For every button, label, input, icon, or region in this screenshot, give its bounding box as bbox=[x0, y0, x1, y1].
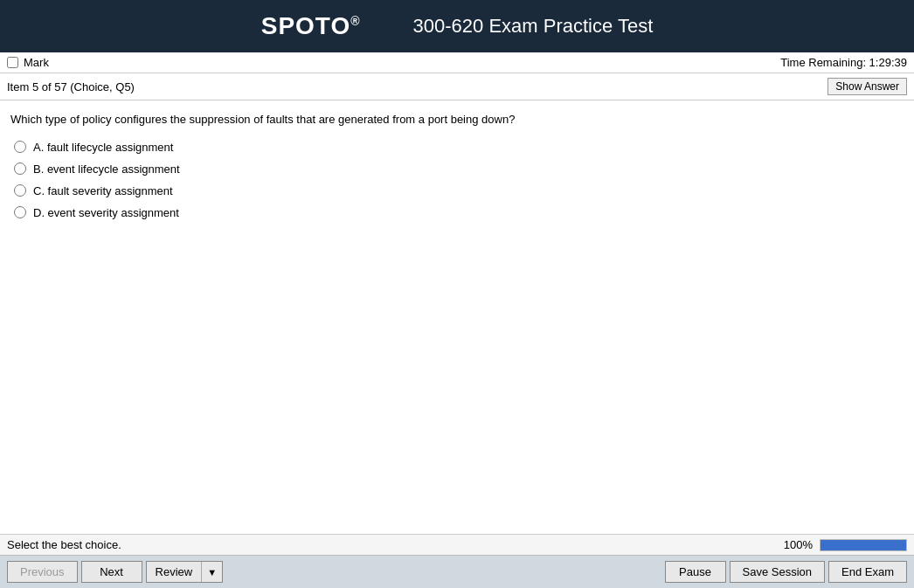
option-row: D. event severity assignment bbox=[14, 206, 904, 219]
exam-title: 300-620 Exam Practice Test bbox=[413, 15, 654, 38]
timer-display: Time Remaining: 1:29:39 bbox=[780, 56, 907, 69]
option-radio-b[interactable] bbox=[14, 163, 26, 175]
option-radio-d[interactable] bbox=[14, 206, 26, 218]
option-radio-c[interactable] bbox=[14, 184, 26, 197]
item-info-bar: Item 5 of 57 (Choice, Q5) Show Answer bbox=[0, 73, 914, 100]
status-bar: Select the best choice. 100% bbox=[0, 534, 914, 555]
header: SPOTO® 300-620 Exam Practice Test bbox=[0, 0, 914, 52]
progress-bar-container bbox=[820, 539, 907, 551]
show-answer-button[interactable]: Show Answer bbox=[827, 78, 907, 95]
review-button[interactable]: Review bbox=[147, 562, 203, 582]
question-text: Which type of policy configures the supp… bbox=[10, 111, 904, 128]
progress-percent: 100% bbox=[784, 538, 813, 551]
question-area: Which type of policy configures the supp… bbox=[0, 100, 914, 534]
end-exam-button[interactable]: End Exam bbox=[828, 561, 907, 583]
option-radio-a[interactable] bbox=[14, 141, 26, 153]
item-info-text: Item 5 of 57 (Choice, Q5) bbox=[7, 80, 135, 93]
nav-right: Pause Save Session End Exam bbox=[665, 561, 907, 583]
mark-checkbox[interactable] bbox=[7, 57, 18, 68]
brand-sup: ® bbox=[350, 14, 360, 28]
review-dropdown-button[interactable]: ▼ bbox=[202, 562, 222, 582]
review-button-group: Review ▼ bbox=[146, 561, 224, 583]
option-row: C. fault severity assignment bbox=[14, 184, 904, 197]
next-button[interactable]: Next bbox=[81, 561, 142, 583]
pause-button[interactable]: Pause bbox=[665, 561, 726, 583]
progress-area: 100% bbox=[784, 538, 907, 551]
option-label-b: B. event lifecycle assignment bbox=[33, 163, 180, 176]
option-label-d: D. event severity assignment bbox=[33, 206, 179, 219]
option-label-c: C. fault severity assignment bbox=[33, 184, 173, 197]
previous-button[interactable]: Previous bbox=[7, 561, 78, 583]
save-session-button[interactable]: Save Session bbox=[730, 561, 826, 583]
option-row: A. fault lifecycle assignment bbox=[14, 141, 904, 154]
hint-text: Select the best choice. bbox=[7, 538, 121, 551]
nav-bar: Previous Next Review ▼ Pause Save Sessio… bbox=[0, 555, 914, 588]
progress-bar-fill bbox=[821, 540, 906, 550]
brand-name: SPOTO bbox=[261, 12, 351, 39]
option-label-a: A. fault lifecycle assignment bbox=[33, 141, 173, 154]
mark-timer-bar: Mark Time Remaining: 1:29:39 bbox=[0, 52, 914, 73]
brand-logo: SPOTO® bbox=[261, 12, 361, 40]
mark-label: Mark bbox=[24, 56, 49, 69]
nav-left: Previous Next Review ▼ bbox=[7, 561, 223, 583]
option-row: B. event lifecycle assignment bbox=[14, 163, 904, 176]
options-list: A. fault lifecycle assignmentB. event li… bbox=[14, 141, 904, 219]
mark-area: Mark bbox=[7, 56, 49, 69]
